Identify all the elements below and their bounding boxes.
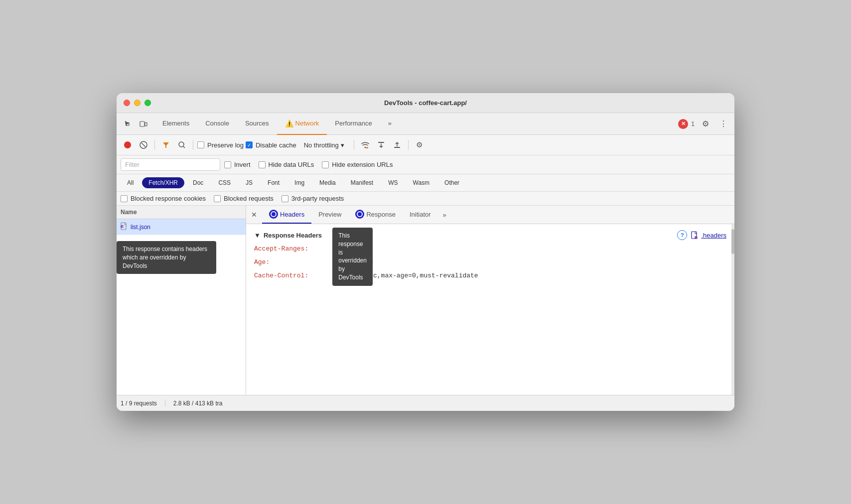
tab-initiator[interactable]: Initiator <box>403 207 438 223</box>
blocked-row: Blocked response cookies Blocked request… <box>117 192 734 206</box>
warning-icon: ⚠️ <box>285 120 293 127</box>
scrollbar-thumb[interactable] <box>731 229 734 254</box>
type-btn-fetch-xhr[interactable]: Fetch/XHR <box>142 177 184 188</box>
type-btn-js[interactable]: JS <box>239 177 259 188</box>
svg-rect-11 <box>378 142 384 143</box>
disable-cache-cb <box>246 141 253 148</box>
separator3 <box>354 140 354 150</box>
hide-data-urls-checkbox[interactable]: Hide data URLs <box>259 161 314 168</box>
type-filters: All Fetch/XHR Doc CSS JS Font Img Media … <box>117 174 734 192</box>
traffic-lights <box>124 100 151 106</box>
type-btn-font[interactable]: Font <box>261 177 286 188</box>
type-btn-wasm[interactable]: Wasm <box>407 177 436 188</box>
stop-recording-icon[interactable] <box>121 138 135 152</box>
tab-sources[interactable]: Sources <box>237 113 277 135</box>
statusbar: 1 / 9 requests 2.8 kB / 413 kB tra <box>117 395 734 411</box>
devtools-window: DevTools - coffee-cart.app/ Elements Con… <box>117 93 734 411</box>
tooltip-response: This response is overridden by DevTools <box>332 228 373 286</box>
tabbar: Elements Console Sources ⚠️ Network Perf… <box>117 113 734 135</box>
window-title: DevTools - coffee-cart.app/ <box>384 99 467 107</box>
clear-icon[interactable] <box>137 138 150 152</box>
type-btn-doc[interactable]: Doc <box>186 177 210 188</box>
separator2 <box>193 140 193 150</box>
wifi-settings-icon[interactable] <box>358 138 372 152</box>
tab-more-details[interactable]: » <box>438 207 451 223</box>
close-button[interactable] <box>124 100 130 106</box>
section-header: ▼ Response Headers ? .he <box>254 230 726 240</box>
details-tabs: ✕ Headers Preview Response <box>246 206 734 224</box>
svg-point-17 <box>695 236 698 239</box>
more-options-icon[interactable]: ⋮ <box>716 117 730 131</box>
type-btn-css[interactable]: CSS <box>212 177 237 188</box>
svg-text:JS: JS <box>122 226 125 229</box>
tab-right-icons: ✕ 1 ⚙ ⋮ <box>678 117 730 131</box>
help-icon[interactable]: ? <box>677 230 687 240</box>
preserve-log-cb <box>197 141 204 148</box>
svg-point-3 <box>124 141 131 148</box>
blocked-response-cookies-checkbox[interactable]: Blocked response cookies <box>121 195 206 202</box>
type-btn-img[interactable]: Img <box>288 177 311 188</box>
hide-extension-urls-checkbox[interactable]: Hide extension URLs <box>322 161 393 168</box>
details-content: ▼ Response Headers ? .he <box>246 224 734 395</box>
svg-rect-1 <box>140 122 144 126</box>
section-actions: ? .headers <box>677 230 726 240</box>
tab-console[interactable]: Console <box>197 113 237 135</box>
search-icon[interactable] <box>175 138 189 152</box>
header-row-age: Age: 16400 <box>254 258 726 266</box>
header-row-accept-ranges: Accept-Ranges: bytes <box>254 245 726 252</box>
import-icon[interactable] <box>374 138 388 152</box>
headers-override-dot <box>269 210 278 219</box>
throttle-arrow-icon: ▾ <box>341 141 344 149</box>
type-btn-media[interactable]: Media <box>313 177 342 188</box>
tab-performance[interactable]: Performance <box>327 113 380 135</box>
svg-point-7 <box>179 142 184 147</box>
requests-header: Name <box>117 206 246 219</box>
svg-rect-2 <box>145 123 147 126</box>
device-toolbar-icon[interactable] <box>137 117 150 131</box>
filter-icon[interactable] <box>159 138 173 152</box>
maximize-button[interactable] <box>144 100 151 106</box>
tab-icons <box>121 117 150 131</box>
request-name: list.json <box>131 224 150 231</box>
section-title: ▼ Response Headers <box>254 232 322 239</box>
response-override-dot <box>355 210 364 219</box>
tab-more[interactable]: » <box>380 113 400 135</box>
third-party-requests-checkbox[interactable]: 3rd-party requests <box>282 195 344 202</box>
filterbar: Invert Hide data URLs Hide extension URL… <box>117 155 734 174</box>
scrollbar-track[interactable] <box>731 224 734 395</box>
export-icon[interactable] <box>390 138 404 152</box>
cursor-icon[interactable] <box>121 117 135 131</box>
main-content: Name JS list.json This response contains… <box>117 206 734 395</box>
filter-input[interactable] <box>121 158 220 171</box>
table-row[interactable]: JS list.json This response contains head… <box>117 219 246 235</box>
preserve-log-checkbox[interactable]: Preserve log <box>197 141 244 149</box>
disable-cache-checkbox[interactable]: Disable cache <box>246 141 296 149</box>
tab-elements[interactable]: Elements <box>154 113 197 135</box>
type-btn-other[interactable]: Other <box>438 177 466 188</box>
minimize-button[interactable] <box>134 100 141 106</box>
file-icon: JS <box>121 222 128 232</box>
tab-preview[interactable]: Preview <box>311 207 348 223</box>
response-headers-section: ▼ Response Headers ? .he <box>246 224 734 291</box>
tab-response[interactable]: Response This response is overridden by … <box>348 206 403 224</box>
tab-network[interactable]: ⚠️ Network <box>277 113 327 135</box>
details-panel: ✕ Headers Preview Response <box>246 206 734 395</box>
settings-icon[interactable]: ⚙ <box>699 117 712 131</box>
requests-count: 1 / 9 requests <box>121 400 157 407</box>
svg-line-5 <box>142 143 145 147</box>
blocked-requests-checkbox[interactable]: Blocked requests <box>214 195 274 202</box>
separator <box>154 140 155 150</box>
separator4 <box>408 140 409 150</box>
header-row-cache-control: Cache-Control: public,max-age=0,must-rev… <box>254 272 726 279</box>
settings2-icon[interactable]: ⚙ <box>413 138 426 152</box>
type-btn-manifest[interactable]: Manifest <box>344 177 380 188</box>
section-arrow-icon: ▼ <box>254 232 261 239</box>
close-details-button[interactable]: ✕ <box>248 209 260 221</box>
type-btn-all[interactable]: All <box>121 177 140 188</box>
invert-checkbox[interactable]: Invert <box>224 161 251 168</box>
type-btn-ws[interactable]: WS <box>382 177 404 188</box>
throttle-selector[interactable]: No throttling ▾ <box>298 139 350 151</box>
error-indicator: ✕ 1 <box>678 119 695 129</box>
headers-file-link[interactable]: .headers <box>691 231 726 239</box>
tab-headers[interactable]: Headers <box>262 206 311 224</box>
